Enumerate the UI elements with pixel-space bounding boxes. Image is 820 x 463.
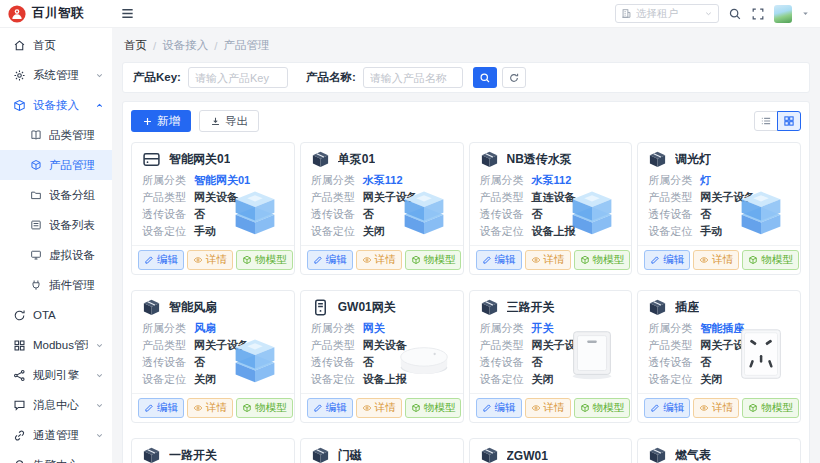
field-value: 否 <box>194 206 205 223</box>
sidebar-item-device-group[interactable]: 设备分组 <box>0 180 112 210</box>
thing-model-button[interactable]: 物模型 <box>574 250 631 270</box>
sidebar-item-home[interactable]: 首页 <box>0 30 112 60</box>
cube-icon <box>648 298 667 317</box>
card-view-button[interactable] <box>777 111 801 131</box>
breadcrumb: 首页 / 设备接入 / 产品管理 <box>122 36 810 62</box>
field-value[interactable]: 开关 <box>532 320 554 337</box>
edit-button[interactable]: 编辑 <box>644 398 690 418</box>
search-icon[interactable] <box>728 7 742 21</box>
detail-button[interactable]: 详情 <box>525 398 571 418</box>
edit-button[interactable]: 编辑 <box>476 398 522 418</box>
sidebar-item-category-management[interactable]: 品类管理 <box>0 120 112 150</box>
field-label: 所属分类 <box>142 172 194 189</box>
tenant-select[interactable]: 选择租户 <box>615 4 719 23</box>
sidebar-item-product-management[interactable]: 产品管理 <box>0 150 112 180</box>
add-button[interactable]: 新增 <box>131 110 191 132</box>
thing-model-button[interactable]: 物模型 <box>236 250 293 270</box>
sidebar-item-channel-management[interactable]: 通道管理 <box>0 420 112 450</box>
user-menu-caret-icon[interactable] <box>801 9 810 18</box>
product-card: 燃气表 <box>637 438 801 463</box>
user-avatar[interactable] <box>774 5 792 23</box>
thing-model-button[interactable]: 物模型 <box>742 250 799 270</box>
detail-button[interactable]: 详情 <box>356 398 402 418</box>
message-center-icon <box>13 399 26 412</box>
detail-button[interactable]: 详情 <box>187 250 233 270</box>
sidebar-item-virtual-device[interactable]: 虚拟设备 <box>0 240 112 270</box>
thing-model-button[interactable]: 物模型 <box>236 398 293 418</box>
collapse-menu-icon[interactable] <box>120 6 135 21</box>
product-key-label: 产品Key: <box>133 70 181 85</box>
edit-button[interactable]: 编辑 <box>138 250 184 270</box>
product-name-label: 产品名称: <box>306 70 356 85</box>
sidebar-item-device-list[interactable]: 设备列表 <box>0 210 112 240</box>
detail-button[interactable]: 详情 <box>693 398 739 418</box>
sidebar: 首页系统管理设备接入品类管理产品管理设备分组设备列表虚拟设备插件管理OTAMod… <box>0 28 112 463</box>
sidebar-item-plugin-management[interactable]: 插件管理 <box>0 270 112 300</box>
product-name: 智能风扇 <box>169 299 217 316</box>
product-card: 门磁 <box>300 438 464 463</box>
edit-button[interactable]: 编辑 <box>476 250 522 270</box>
product-name: 一路开关 <box>169 447 217 463</box>
field-value[interactable]: 风扇 <box>194 320 216 337</box>
sidebar-item-label: Modbus管理 <box>33 338 88 353</box>
thing-model-button[interactable]: 物模型 <box>742 398 799 418</box>
edit-button[interactable]: 编辑 <box>644 250 690 270</box>
export-button[interactable]: 导出 <box>199 110 259 132</box>
product-key-input[interactable] <box>188 67 288 88</box>
field-value[interactable]: 灯 <box>700 172 711 189</box>
sidebar-item-label: 插件管理 <box>49 278 104 293</box>
thing-model-button[interactable]: 物模型 <box>574 398 631 418</box>
search-button[interactable] <box>473 67 497 88</box>
detail-button[interactable]: 详情 <box>693 250 739 270</box>
pencil-icon <box>144 403 154 413</box>
device-list-icon <box>30 219 42 231</box>
pencil-icon <box>650 403 660 413</box>
detail-button[interactable]: 详情 <box>525 250 571 270</box>
product-icon <box>30 159 42 171</box>
pencil-icon <box>313 255 323 265</box>
field-label: 所属分类 <box>480 172 532 189</box>
breadcrumb-device-access[interactable]: 设备接入 <box>162 38 208 53</box>
sidebar-item-rule-engine[interactable]: 规则引擎 <box>0 360 112 390</box>
sidebar-item-alarm-center[interactable]: 告警中心 <box>0 450 112 463</box>
thing-model-button[interactable]: 物模型 <box>405 398 462 418</box>
field-label: 产品类型 <box>311 189 363 206</box>
product-card: GW01网关所属分类网关产品类型网关设备透传设备否设备定位设备上报编辑详情物模型 <box>300 290 464 423</box>
product-card: 智能网关01所属分类智能网关01产品类型网关设备透传设备否设备定位手动编辑详情物… <box>131 142 295 275</box>
sidebar-item-message-center[interactable]: 消息中心 <box>0 390 112 420</box>
sidebar-item-system-management[interactable]: 系统管理 <box>0 60 112 90</box>
device-group-icon <box>30 189 42 201</box>
thing-model-button[interactable]: 物模型 <box>405 250 462 270</box>
field-label: 透传设备 <box>311 206 363 223</box>
field-label: 透传设备 <box>480 354 532 371</box>
sidebar-item-ota[interactable]: OTA <box>0 300 112 330</box>
edit-button[interactable]: 编辑 <box>307 398 353 418</box>
detail-button[interactable]: 详情 <box>187 398 233 418</box>
reset-button[interactable] <box>502 67 526 88</box>
product-image-blue-stack <box>224 324 286 386</box>
field-value[interactable]: 网关 <box>363 320 385 337</box>
edit-button[interactable]: 编辑 <box>307 250 353 270</box>
main-content: 首页 / 设备接入 / 产品管理 产品Key: 产品名称: 新增 导出 <box>112 28 820 463</box>
breadcrumb-home[interactable]: 首页 <box>124 38 147 53</box>
product-card: 一路开关 <box>131 438 295 463</box>
detail-button[interactable]: 详情 <box>356 250 402 270</box>
cube-icon <box>480 150 499 169</box>
sidebar-item-device-access[interactable]: 设备接入 <box>0 90 112 120</box>
home-icon <box>13 39 26 52</box>
brand: 百川智联 <box>0 5 112 23</box>
product-name-input[interactable] <box>363 67 463 88</box>
field-value: 关闭 <box>700 371 722 388</box>
field-label: 设备定位 <box>480 223 532 240</box>
field-value: 否 <box>700 354 711 371</box>
fullscreen-icon[interactable] <box>751 7 765 21</box>
chevron-down-icon <box>95 401 104 410</box>
virtual-device-icon <box>30 249 42 261</box>
edit-button[interactable]: 编辑 <box>138 398 184 418</box>
sidebar-item-label: 设备列表 <box>49 218 104 233</box>
field-label: 产品类型 <box>648 189 700 206</box>
sidebar-item-modbus-management[interactable]: Modbus管理 <box>0 330 112 360</box>
field-value: 否 <box>532 206 543 223</box>
list-view-button[interactable] <box>754 111 778 131</box>
cube-icon <box>648 446 667 463</box>
